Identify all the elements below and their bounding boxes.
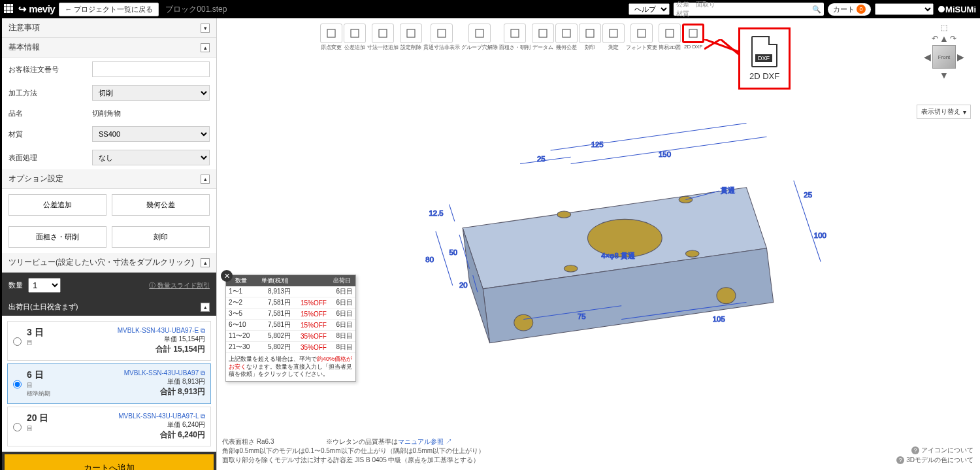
chevron-up-icon[interactable]: ▴ xyxy=(201,303,210,312)
cube-icon[interactable]: ⬚ xyxy=(941,24,947,32)
tolerance-button[interactable]: 公差追加 xyxy=(8,194,106,216)
chevron-up-icon[interactable]: ▴ xyxy=(201,175,210,184)
rotate-cw-icon[interactable]: ↷ xyxy=(950,34,956,43)
svg-point-25 xyxy=(717,288,736,304)
svg-line-28 xyxy=(520,157,571,163)
filename: ブロック001.step xyxy=(165,4,227,15)
copy-icon[interactable]: ⧉ xyxy=(201,369,205,377)
price-tooltip: ✕ 数量単価(税別)出荷日 1〜18,913円6日目2〜27,581円15%OF… xyxy=(225,275,356,382)
svg-text:80: 80 xyxy=(425,256,434,263)
left-panel: 注意事項▾ 基本情報▴ お客様注文番号 加工方法 切削 品名 切削角物 材質 S… xyxy=(0,18,217,470)
material-select[interactable]: SS400 xyxy=(92,126,210,142)
cart-button[interactable]: カート 0 xyxy=(828,3,871,16)
svg-point-23 xyxy=(685,250,699,257)
svg-rect-8 xyxy=(563,29,570,37)
svg-text:20: 20 xyxy=(459,281,468,289)
chevron-up-icon[interactable]: ▴ xyxy=(201,258,210,267)
copy-icon[interactable]: ⧉ xyxy=(201,327,205,334)
tool-label: 原点変更 xyxy=(321,44,342,51)
ship-radio[interactable] xyxy=(13,328,22,355)
svg-text:貫通: 貫通 xyxy=(721,186,735,194)
discount-link[interactable]: ⓘ 数量スライド割引 xyxy=(149,281,210,290)
toolbar: 原点変更公差追加寸法一括追加設定削除貫通寸法非表示グループ穴解除面粗さ・研削デー… xyxy=(320,24,704,51)
tool-roughness[interactable] xyxy=(504,24,526,43)
color-help-link[interactable]: ?3Dモデルの色について xyxy=(896,455,973,465)
ship-option[interactable]: 3 日目 MVBLK-SSN-43U-UBA97-E ⧉ 単価 15,154円合… xyxy=(7,321,211,361)
order-no-input[interactable] xyxy=(92,61,210,77)
section-tree[interactable]: ツリービュー(設定したい穴・寸法をダブルクリック)▴ xyxy=(2,253,216,273)
svg-point-22 xyxy=(564,265,578,272)
tool-label: フォント変更 xyxy=(626,44,657,51)
svg-rect-5 xyxy=(476,29,483,37)
chevron-up-icon[interactable]: ▴ xyxy=(201,43,210,52)
svg-text:125: 125 xyxy=(591,141,604,148)
svg-rect-10 xyxy=(610,29,617,37)
tool-label: 幾何公差 xyxy=(556,44,577,51)
tool-engrave[interactable] xyxy=(579,24,601,43)
tool-tol-add[interactable] xyxy=(344,24,366,43)
engrave-button[interactable]: 刻印 xyxy=(112,226,210,248)
tool-label: 設定削除 xyxy=(400,44,421,51)
tool-geom-tol[interactable] xyxy=(555,24,578,43)
ship-radio[interactable] xyxy=(13,414,22,441)
search-hint: 公差 面取り 材質 xyxy=(676,0,722,18)
section-options[interactable]: オプション設定▴ xyxy=(2,169,216,189)
search-input[interactable] xyxy=(722,5,812,13)
tool-label: グループ穴解除 xyxy=(461,44,498,51)
svg-line-38 xyxy=(436,231,453,286)
order-no-row: お客様注文番号 xyxy=(2,58,216,81)
add-to-cart-button[interactable]: カートへ追加 xyxy=(5,454,214,470)
material-row: 材質 SS400 xyxy=(2,122,216,146)
tool-origin[interactable] xyxy=(320,24,342,43)
tool-label: 寸法一括追加 xyxy=(367,44,399,51)
chevron-down-icon[interactable]: ▾ xyxy=(201,24,210,33)
tool-del-setting[interactable] xyxy=(400,24,422,43)
section-notes[interactable]: 注意事項▾ xyxy=(2,18,216,38)
ship-option[interactable]: 20 日目 MVBLK-SSN-43U-UBA97-L ⧉ 単価 6,240円合… xyxy=(7,407,211,446)
manual-link[interactable]: マニュアル参照 ↗ xyxy=(398,438,452,445)
svg-text:12.5: 12.5 xyxy=(429,209,444,217)
tool-2ddxf[interactable] xyxy=(682,24,704,43)
tool-dim-batch[interactable] xyxy=(372,24,394,43)
back-button[interactable]: ← プロジェクト一覧に戻る xyxy=(59,3,159,16)
footer-links: ?アイコンについて ?3Dモデルの色について xyxy=(896,445,973,465)
arrow-up-icon[interactable]: ▲ xyxy=(939,33,949,44)
footer-notes: 代表面粗さ Ra6.3 ※ウレタンの品質基準はマニュアル参照 ↗ 角部φ0.5m… xyxy=(222,437,485,465)
svg-rect-7 xyxy=(539,29,547,37)
svg-rect-13 xyxy=(689,29,697,37)
search-icon[interactable]: 🔍 xyxy=(812,5,821,14)
tool-measure[interactable] xyxy=(602,24,625,43)
rotate-ccw-icon[interactable]: ↶ xyxy=(932,34,938,43)
method-select[interactable]: 切削 xyxy=(92,85,210,101)
svg-text:25: 25 xyxy=(804,191,812,199)
svg-rect-9 xyxy=(586,29,594,37)
user-select[interactable] xyxy=(875,3,934,15)
tool-font[interactable] xyxy=(630,24,653,43)
cart-badge: 0 xyxy=(857,5,866,14)
close-icon[interactable]: ✕ xyxy=(221,270,233,282)
method-row: 加工方法 切削 xyxy=(2,81,216,105)
tool-thru-dim[interactable] xyxy=(431,24,453,43)
geom-tol-button[interactable]: 幾何公差 xyxy=(112,194,210,216)
svg-rect-2 xyxy=(379,29,387,37)
ship-option[interactable]: 6 日目標準納期 MVBLK-SSN-43U-UBA97 ⧉ 単価 8,913円… xyxy=(7,363,211,404)
ship-radio[interactable] xyxy=(13,371,22,398)
section-basic[interactable]: 基本情報▴ xyxy=(2,38,216,58)
copy-icon[interactable]: ⧉ xyxy=(201,412,205,420)
svg-line-32 xyxy=(794,180,804,211)
surface-row: 表面処理 なし xyxy=(2,146,216,169)
tool-group-hole[interactable] xyxy=(468,24,491,43)
app-header: ↪ meviy ← プロジェクト一覧に戻る ブロック001.step ヘルプ 公… xyxy=(0,0,980,18)
search-box[interactable]: 公差 面取り 材質 🔍 xyxy=(674,3,824,16)
apps-icon[interactable] xyxy=(4,4,14,14)
icon-help-link[interactable]: ?アイコンについて xyxy=(896,445,973,455)
tool-datum[interactable] xyxy=(532,24,554,43)
qty-select[interactable]: 1 xyxy=(28,278,61,293)
roughness-button[interactable]: 面粗さ・研削 xyxy=(8,226,106,248)
surface-select[interactable]: なし xyxy=(92,150,210,165)
help-select[interactable]: ヘルプ xyxy=(629,3,670,15)
svg-text:25: 25 xyxy=(537,155,546,163)
tool-label: 簡易2D図 xyxy=(659,44,681,51)
price-table: 数量単価(税別)出荷日 1〜18,913円6日目2〜27,581円15%OFF6… xyxy=(226,275,355,353)
tool-simple2d[interactable] xyxy=(659,24,681,43)
